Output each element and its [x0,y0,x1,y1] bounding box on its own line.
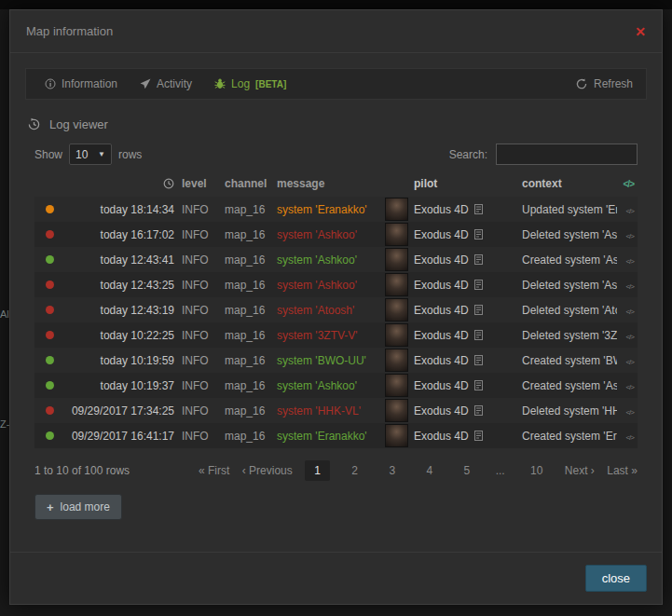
expand-code-icon[interactable]: </> [625,257,634,266]
expand-code-icon[interactable]: </> [625,358,634,366]
log-table: level channel message pilot context </> … [34,174,638,448]
refresh-button[interactable]: Refresh [570,77,638,90]
pagination-previous[interactable]: ‹ Previous [242,464,293,477]
table-row: today 16:17:02 INFO map_16 system 'Ashko… [34,222,638,247]
expand-code-icon[interactable]: </> [625,408,634,417]
pilot-name: Exodus 4D [414,354,469,367]
pagination-page-2[interactable]: 2 [342,460,367,481]
expand-code-icon[interactable]: </> [625,282,634,291]
log-level: INFO [178,279,221,292]
log-viewer-heading: Log viewer [27,117,645,131]
pilot-cell: Exodus 4D [410,203,518,216]
expand-code-icon[interactable]: </> [625,207,634,215]
pagination-ellipsis: ... [492,460,509,481]
pilot-name: Exodus 4D [414,329,469,342]
log-channel: map_16 [221,304,273,317]
page-size-select[interactable]: 10 ▼ [69,144,112,165]
show-label: Show [34,148,62,161]
avatar-cell [381,273,410,296]
log-viewer-title: Log viewer [49,117,108,131]
pilot-cell: Exodus 4D [410,354,518,367]
table-row: 09/29/2017 17:34:25 INFO map_16 system '… [34,398,638,423]
status-cell [34,430,64,443]
status-dot [46,356,54,364]
pagination-page-1[interactable]: 1 [305,460,330,481]
info-icon [45,78,56,89]
refresh-label: Refresh [594,77,633,90]
table-row: today 12:43:19 INFO map_16 system 'Atoos… [34,297,638,322]
expand-code-icon[interactable]: </> [625,383,634,391]
log-level: INFO [178,354,221,367]
sheet-icon [474,355,483,365]
paper-plane-icon [140,78,151,89]
tab-log[interactable]: Log [BETA] [203,69,297,99]
sheet-icon [474,204,483,214]
map-information-modal: Map information ✕ Information Activity L… [9,9,663,605]
pagination-page-10[interactable]: 10 [521,460,552,481]
log-time: today 10:19:37 [64,379,178,392]
pagination-first[interactable]: « First [199,464,229,477]
log-context: Created system 'BWO-UU'... [518,354,617,367]
log-message: system 'Eranakko' [273,203,381,216]
beta-badge: [BETA] [255,79,286,89]
pagination-page-3[interactable]: 3 [379,460,405,481]
pagination-page-4[interactable]: 4 [417,460,442,481]
expand-code-icon[interactable]: </> [625,308,634,316]
pilot-avatar [385,248,408,271]
tab-label: Log [231,77,250,90]
expand-code-icon[interactable]: </> [625,232,634,240]
status-dot [46,230,54,239]
status-cell [34,379,64,392]
pilot-avatar [385,298,408,322]
status-dot [46,331,54,339]
channel-column-header: channel [221,177,273,190]
log-level: INFO [178,253,221,267]
avatar-cell [381,374,410,397]
expand-code-icon[interactable]: </> [625,333,634,341]
pilot-avatar [385,273,408,296]
pilot-avatar [385,349,408,372]
log-level: INFO [178,404,221,418]
log-time: today 10:22:25 [64,329,178,342]
pilot-cell: Exodus 4D [410,304,518,317]
status-dot [46,406,54,415]
pilot-name: Exodus 4D [414,228,469,241]
log-channel: map_16 [221,354,273,367]
tab-information[interactable]: Information [34,69,129,99]
log-channel: map_16 [221,329,273,342]
search-input[interactable] [496,144,638,165]
avatar-cell [381,399,410,422]
close-button[interactable]: close [585,565,647,592]
pilot-cell: Exodus 4D [410,253,518,267]
status-cell [34,329,64,342]
background-map-label: Z- [0,418,9,430]
history-icon [27,117,41,131]
tab-activity[interactable]: Activity [129,69,203,99]
tab-label: Information [62,77,117,90]
pagination-page-5[interactable]: 5 [455,460,480,481]
pilot-cell: Exodus 4D [410,404,518,418]
load-more-button[interactable]: + load more [34,494,122,520]
status-dot [46,306,54,314]
clock-icon [163,178,174,189]
bug-icon [214,78,226,89]
log-context: Created system 'Ashkoo' ... [518,379,617,392]
modal-body: Information Activity Log [BETA] Refresh … [10,53,662,604]
pilot-cell: Exodus 4D [410,228,518,241]
chevron-down-icon: ▼ [98,150,105,158]
pilot-cell: Exodus 4D [410,379,518,392]
table-row: today 10:19:59 INFO map_16 system 'BWO-U… [34,348,638,373]
table-row: today 12:43:41 INFO map_16 system 'Ashko… [34,247,638,272]
log-context: Created system 'Ashkoo' ... [518,253,617,267]
log-context: Updated system 'Eranakk... [518,203,617,216]
avatar-cell [381,349,410,372]
pilot-name: Exodus 4D [414,404,469,418]
pagination-last[interactable]: Last » [607,464,638,477]
pagination-next[interactable]: Next › [565,464,595,477]
modal-close-icon[interactable]: ✕ [635,25,646,38]
status-dot [46,381,54,390]
expand-code-icon[interactable]: </> [625,433,634,442]
level-column-header: level [178,177,221,190]
sheet-icon [474,229,483,240]
page-size-group: Show 10 ▼ rows [34,144,142,165]
